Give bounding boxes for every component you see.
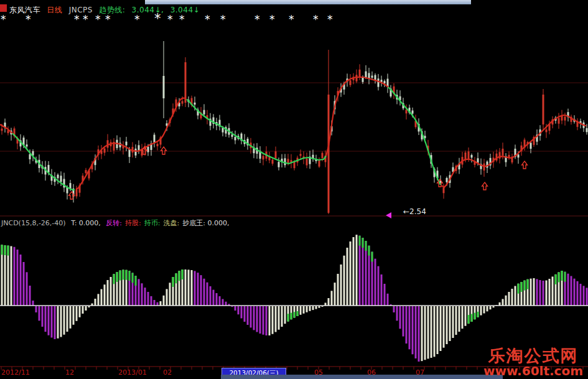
candle-body bbox=[365, 72, 367, 78]
histogram-bar bbox=[465, 306, 467, 326]
candle-body bbox=[154, 135, 156, 143]
histogram-bar bbox=[309, 306, 311, 311]
histogram-bar bbox=[412, 306, 414, 354]
candle-body bbox=[558, 118, 560, 124]
candle-body bbox=[564, 117, 566, 121]
histogram-signal-tip bbox=[561, 271, 563, 281]
candle-body bbox=[499, 152, 501, 158]
histogram-signal-tip bbox=[297, 311, 299, 316]
histogram-bar bbox=[144, 288, 146, 306]
candle-body bbox=[356, 75, 358, 81]
histogram-signal-tip bbox=[471, 314, 473, 322]
histogram-signal-tip bbox=[135, 276, 137, 286]
histogram-bar bbox=[487, 306, 488, 311]
candle-body bbox=[362, 78, 364, 82]
histogram-signal-tip bbox=[359, 236, 361, 246]
indicator-signal-label: 持股: bbox=[125, 219, 141, 227]
histogram-signal-tip bbox=[468, 315, 470, 324]
histogram-bar bbox=[493, 306, 495, 307]
histogram-signal-tip bbox=[477, 312, 479, 317]
histogram-bar bbox=[32, 301, 34, 306]
histogram-bar bbox=[502, 299, 504, 306]
histogram-bar bbox=[340, 264, 342, 306]
candlestick-chart[interactable]: ***************** bbox=[0, 0, 588, 379]
histogram-bar bbox=[45, 306, 47, 332]
trading-app-window: 东风汽车 日线 JNCPS 趋势线: 3.044↓, 3.044↓ ******… bbox=[0, 0, 588, 379]
histogram-bar bbox=[266, 306, 268, 335]
signal-star-icon: * bbox=[105, 13, 111, 26]
trend-segment bbox=[326, 77, 388, 156]
histogram-signal-tip bbox=[7, 246, 9, 256]
histogram-bar bbox=[216, 293, 218, 306]
signal-star-icon: * bbox=[269, 13, 275, 26]
candle-body bbox=[85, 170, 87, 173]
histogram-bar bbox=[151, 296, 152, 306]
candle-body bbox=[328, 95, 330, 213]
histogram-bar bbox=[210, 286, 212, 306]
signal-star-icon: * bbox=[289, 13, 294, 26]
signal-star-icon: * bbox=[220, 13, 226, 26]
crosshair-value-label: ←2.54 bbox=[403, 207, 426, 216]
candle-body bbox=[135, 149, 137, 156]
histogram-signal-tip bbox=[172, 277, 174, 287]
trend-segment bbox=[187, 100, 326, 164]
candle-body bbox=[406, 110, 408, 113]
histogram-signal-tip bbox=[555, 274, 557, 284]
histogram-bar bbox=[406, 306, 408, 344]
signal-star-icon: * bbox=[327, 13, 333, 26]
axis-date-label: 2012/11 bbox=[1, 368, 30, 377]
histogram-bar bbox=[160, 301, 162, 306]
candle-body bbox=[371, 76, 373, 78]
candle-body bbox=[278, 162, 280, 167]
candle-body bbox=[412, 111, 414, 114]
histogram-signal-tip bbox=[365, 241, 367, 251]
histogram-bar bbox=[200, 275, 202, 306]
histogram-bar bbox=[269, 306, 271, 335]
histogram-bar bbox=[88, 306, 90, 307]
histogram-bar bbox=[387, 294, 389, 306]
histogram-signal-tip bbox=[474, 313, 476, 320]
histogram-bar bbox=[443, 306, 445, 348]
histogram-bar bbox=[403, 306, 404, 337]
histogram-bar bbox=[194, 271, 196, 306]
histogram-bar bbox=[70, 306, 72, 329]
histogram-bar bbox=[384, 284, 386, 306]
histogram-bar bbox=[166, 289, 168, 306]
histogram-signal-tip bbox=[518, 284, 520, 294]
histogram-bar bbox=[427, 306, 429, 358]
histogram-bar bbox=[378, 266, 380, 306]
trend-segment bbox=[76, 98, 185, 190]
histogram-signal-tip bbox=[179, 271, 180, 281]
signal-star-icon: * bbox=[205, 13, 210, 26]
histogram-bar bbox=[362, 238, 364, 306]
histogram-bar bbox=[571, 276, 572, 306]
histogram-bar bbox=[359, 236, 361, 306]
histogram-bar bbox=[225, 302, 227, 306]
histogram-bar bbox=[452, 306, 454, 338]
signal-star-icon: * bbox=[167, 13, 173, 26]
histogram-bar bbox=[530, 279, 532, 306]
candle-body bbox=[203, 110, 205, 115]
candle-body bbox=[48, 165, 50, 172]
candles bbox=[1, 41, 588, 214]
histogram-signal-tip bbox=[558, 273, 560, 283]
candle-body bbox=[306, 159, 308, 166]
histogram-bar bbox=[185, 269, 187, 306]
signal-star-icon: * bbox=[26, 13, 31, 26]
histogram-bar bbox=[546, 281, 548, 306]
histogram-bar bbox=[533, 278, 535, 306]
histogram-bar bbox=[434, 306, 436, 357]
histogram-bar bbox=[449, 306, 451, 341]
histogram-signal-tip bbox=[524, 281, 526, 291]
histogram-bar bbox=[539, 280, 541, 306]
histogram-bar bbox=[163, 296, 165, 306]
histogram-bar bbox=[567, 274, 569, 306]
histogram-bar bbox=[247, 306, 249, 325]
histogram-bar bbox=[399, 306, 401, 329]
signal-star-icon: * bbox=[83, 13, 88, 26]
histogram-signal-tip bbox=[564, 272, 566, 282]
histogram-bar bbox=[110, 277, 112, 306]
histogram-bar bbox=[20, 255, 22, 306]
histogram-bar bbox=[347, 248, 348, 306]
histogram-bar bbox=[284, 306, 286, 324]
